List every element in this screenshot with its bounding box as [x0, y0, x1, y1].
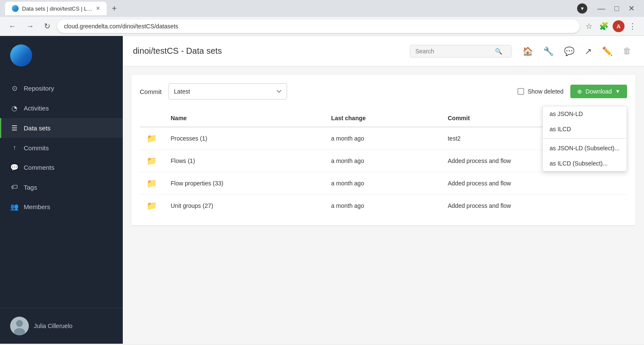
trash-btn[interactable]: 🗑 [620, 44, 634, 58]
commit-label: Commit [140, 88, 162, 95]
search-input[interactable] [415, 48, 492, 55]
folder-icon-cell: 📁 [140, 127, 164, 150]
sidebar-item-activities[interactable]: ◔ Activities [0, 98, 123, 118]
folder-icon: 📁 [146, 156, 157, 166]
dropdown-item-ilcd-sub[interactable]: as ILCD (Subselect)... [543, 156, 627, 171]
row-last-change: a month ago [324, 172, 441, 195]
show-deleted-checkbox[interactable] [517, 88, 524, 95]
active-indicator [0, 118, 1, 138]
repository-icon: ⊙ [10, 84, 19, 92]
table-row[interactable]: 📁 Flow properties (33) a month ago Added… [140, 172, 627, 195]
export-btn[interactable]: ↗ [582, 44, 594, 59]
header-actions: 🏠 🔧 💬 ↗ ✏️ 🗑 [520, 44, 634, 59]
user-avatar [10, 317, 29, 335]
download-dropdown: as JSON-LD as ILCD as JSON-LD (Subselect… [542, 106, 627, 171]
folder-icon-cell: 📁 [140, 172, 164, 195]
sidebar-item-label: Commits [24, 144, 49, 152]
page-title: dinoi/testCS - Data sets [133, 46, 410, 56]
dropdown-item-json-ld[interactable]: as JSON-LD [543, 106, 627, 121]
folder-icon: 📁 [146, 134, 157, 143]
col-header-name: Name [164, 110, 324, 127]
tab-favicon [12, 5, 19, 12]
user-account-btn[interactable]: A [613, 20, 625, 32]
row-name: Flow properties (33) [164, 172, 324, 195]
sidebar-item-datasets[interactable]: ☰ Data sets [0, 118, 123, 138]
row-last-change: a month ago [324, 150, 441, 172]
sidebar: ⊙ Repository ◔ Activities ☰ Data sets ↑ … [0, 36, 123, 344]
user-name: Julia Cilleruelo [34, 323, 72, 329]
tab-title: Data sets | dinoi/testCS | LCA Co... [22, 6, 93, 12]
dropdown-item-json-ld-sub[interactable]: as JSON-LD (Subselect)... [543, 141, 627, 156]
menu-btn[interactable]: ⋮ [626, 20, 639, 33]
folder-icon: 📁 [146, 201, 157, 210]
tags-icon: 🏷 [10, 183, 19, 191]
sidebar-item-label: Activities [24, 105, 49, 112]
window-controls: ▼ — □ ✕ [577, 3, 639, 14]
row-commit: Added process and flow [441, 172, 627, 195]
table-row[interactable]: 📁 Unit groups (27) a month ago Added pro… [140, 195, 627, 217]
address-bar: ← → ↻ ☆ 🧩 A ⋮ [0, 17, 644, 36]
show-deleted-label: Show deleted [528, 88, 564, 95]
folder-icon-cell: 📁 [140, 195, 164, 217]
download-button[interactable]: ⊕ Download ▼ [570, 85, 627, 98]
edit-btn[interactable]: ✏️ [600, 44, 615, 59]
page-header: dinoi/testCS - Data sets 🔍 🏠 🔧 💬 ↗ ✏️ 🗑 [123, 36, 644, 66]
commits-icon: ↑ [10, 144, 19, 152]
back-button[interactable]: ← [5, 20, 19, 33]
tab-close-btn[interactable]: × [96, 5, 100, 12]
members-icon: 👥 [10, 203, 19, 211]
download-circle-icon: ⊕ [577, 88, 582, 95]
content-card: Commit Latest Show deleted ⊕ Download ▼ [131, 75, 636, 225]
profile-icon: ▼ [577, 3, 587, 14]
row-name: Processes (1) [164, 127, 324, 150]
search-icon: 🔍 [495, 48, 502, 55]
sidebar-item-label: Data sets [24, 124, 50, 132]
sidebar-item-label: Members [24, 203, 50, 210]
sidebar-item-repository[interactable]: ⊙ Repository [0, 78, 123, 98]
reload-button[interactable]: ↻ [41, 20, 54, 33]
tools-btn[interactable]: 🔧 [541, 44, 556, 59]
search-box: 🔍 [410, 45, 511, 58]
download-container: ⊕ Download ▼ as JSON-LD as ILCD as JSON-… [570, 85, 627, 98]
content-area: Commit Latest Show deleted ⊕ Download ▼ [123, 66, 644, 344]
comments-icon: 💬 [10, 163, 19, 171]
svg-point-1 [16, 320, 23, 327]
sidebar-item-label: Tags [24, 184, 37, 191]
maximize-button[interactable]: □ [610, 3, 623, 14]
row-name: Flows (1) [164, 150, 324, 172]
close-button[interactable]: ✕ [624, 3, 639, 14]
bookmark-btn[interactable]: ☆ [583, 20, 595, 33]
forward-button[interactable]: → [23, 20, 37, 33]
col-header-icon [140, 110, 164, 127]
message-btn[interactable]: 💬 [561, 44, 577, 59]
datasets-icon: ☰ [10, 124, 19, 132]
col-header-last-change: Last change [324, 110, 441, 127]
sidebar-logo [0, 36, 123, 75]
row-last-change: a month ago [324, 127, 441, 150]
sidebar-nav: ⊙ Repository ◔ Activities ☰ Data sets ↑ … [0, 75, 123, 308]
sidebar-item-comments[interactable]: 💬 Comments [0, 157, 123, 177]
browser-chrome: Data sets | dinoi/testCS | LCA Co... × +… [0, 0, 644, 36]
main-content: dinoi/testCS - Data sets 🔍 🏠 🔧 💬 ↗ ✏️ 🗑 … [123, 36, 644, 344]
home-btn[interactable]: 🏠 [520, 44, 536, 59]
browser-toolbar-icons: ☆ 🧩 A ⋮ [583, 20, 639, 33]
sidebar-item-label: Comments [24, 164, 55, 171]
sidebar-item-members[interactable]: 👥 Members [0, 197, 123, 217]
sidebar-item-commits[interactable]: ↑ Commits [0, 138, 123, 157]
dropdown-item-ilcd[interactable]: as ILCD [543, 121, 627, 137]
app-layout: ⊙ Repository ◔ Activities ☰ Data sets ↑ … [0, 36, 644, 344]
browser-tab[interactable]: Data sets | dinoi/testCS | LCA Co... × [5, 2, 107, 15]
extensions-btn[interactable]: 🧩 [597, 20, 611, 33]
commit-select[interactable]: Latest [169, 83, 287, 99]
minimize-button[interactable]: — [593, 3, 609, 14]
folder-icon: 📁 [146, 179, 157, 188]
row-commit: Added process and flow [441, 195, 627, 217]
address-input[interactable] [57, 19, 580, 33]
dropdown-divider [543, 138, 627, 139]
show-deleted-group: Show deleted [517, 88, 564, 95]
row-last-change: a month ago [324, 195, 441, 217]
sidebar-item-tags[interactable]: 🏷 Tags [0, 177, 123, 197]
download-label: Download [586, 88, 612, 95]
sidebar-item-label: Repository [24, 85, 54, 92]
new-tab-button[interactable]: + [107, 4, 122, 14]
